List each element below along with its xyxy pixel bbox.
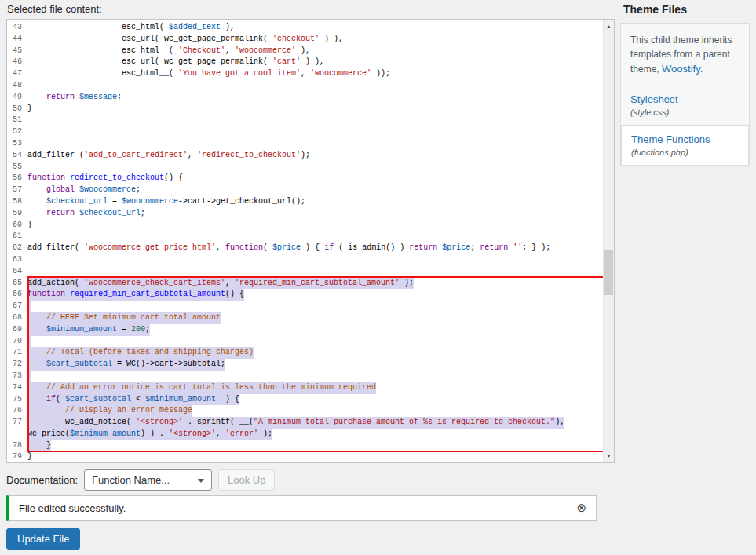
code-line[interactable]: 49 return $message;	[7, 92, 603, 104]
code-line-text: // Add an error notice is cart total is …	[27, 382, 376, 394]
update-file-button[interactable]: Update File	[6, 528, 80, 550]
code-line[interactable]: 64	[7, 266, 603, 278]
code-line[interactable]: 71 // Total (before taxes and shipping c…	[7, 347, 603, 359]
code-line[interactable]: 66function required_min_cart_subtotal_am…	[7, 289, 603, 301]
scroll-down-icon[interactable]: ▼	[604, 450, 614, 462]
theme-functions-link[interactable]: Theme Functions	[631, 133, 710, 145]
code-line[interactable]: 58 $checkout_url = $woocommerce->cart->g…	[7, 196, 603, 208]
code-line[interactable]: 59 return $checkout_url;	[7, 208, 603, 220]
code-line-text: }	[27, 104, 32, 115]
code-line-text: // HERE Set minimum cart total amount	[27, 312, 221, 324]
line-number: 64	[7, 266, 27, 278]
code-line[interactable]: 61	[7, 231, 603, 243]
stylesheet-filename: (style.css)	[630, 108, 740, 117]
code-line[interactable]: 44 esc_url( wc_get_page_permalink( 'chec…	[7, 34, 603, 46]
code-line[interactable]: 72 $cart_subtotal = WC()->cart->subtotal…	[7, 359, 603, 371]
code-line[interactable]: 65add_action( 'woocommerce_check_cart_it…	[7, 278, 603, 290]
documentation-row: Documentation: Function Name... Look Up	[6, 469, 275, 491]
code-line[interactable]: 48	[7, 80, 603, 92]
theme-files-title: Theme Files	[623, 3, 750, 16]
line-number: 45	[7, 46, 27, 57]
code-line[interactable]: 60}	[7, 220, 603, 232]
editor-scrollbar[interactable]: ▲ ▼	[603, 20, 614, 462]
code-line[interactable]: 74 // Add an error notice is cart total …	[7, 382, 603, 394]
code-line[interactable]: 76 // Display an error message	[7, 405, 603, 417]
code-line[interactable]: 56function redirect_to_checkout() {	[7, 173, 603, 184]
code-line[interactable]: 62add_filter( 'woocommerce_get_price_htm…	[7, 243, 603, 254]
code-line[interactable]: 79}	[7, 451, 603, 462]
line-number: 67	[7, 301, 27, 312]
code-line-text: esc_url( wc_get_page_permalink( 'cart' )…	[27, 57, 324, 68]
code-line[interactable]: 43 esc_html( $added_text ),	[7, 22, 603, 34]
code-line-text	[27, 336, 31, 348]
code-line[interactable]: 63	[7, 254, 603, 266]
line-number: 72	[7, 359, 27, 371]
code-line[interactable]: 54add_filter ('add_to_cart_redirect', 'r…	[7, 150, 603, 162]
scrollbar-thumb[interactable]	[604, 250, 613, 295]
code-line-text: esc_html__( 'You have got a cool item', …	[27, 68, 390, 80]
code-line[interactable]: 47 esc_html__( 'You have got a cool item…	[7, 68, 603, 80]
stylesheet-link[interactable]: Stylesheet	[630, 93, 678, 105]
child-theme-description: This child theme inherits templates from…	[630, 33, 740, 77]
code-line[interactable]: 75 if( $cart_subtotal < $minimum_amount …	[7, 394, 603, 406]
code-line-text: return $message;	[27, 92, 122, 104]
line-number: 69	[7, 324, 27, 336]
code-line-text: $cart_subtotal = WC()->cart->subtotal;	[27, 359, 225, 371]
code-line[interactable]: 73	[7, 371, 603, 382]
code-line-text: // Total (before taxes and shipping char…	[27, 347, 254, 359]
code-line-text: esc_html__( 'Checkout', 'woocommerce' ),	[27, 46, 310, 57]
theme-files-sidebar: Theme Files This child theme inherits te…	[620, 0, 750, 166]
code-line-text: if( $cart_subtotal < $minimum_amount ) {	[27, 394, 239, 406]
code-line-text: wc_price($minimum_amount) ) . '<strong>'…	[27, 429, 272, 440]
dismiss-icon[interactable]: ⊗	[576, 501, 586, 515]
line-number	[7, 429, 27, 440]
code-line[interactable]: 45 esc_html__( 'Checkout', 'woocommerce'…	[7, 46, 603, 57]
lookup-button[interactable]: Look Up	[218, 469, 275, 491]
selected-file-content-label: Selected file content:	[7, 3, 102, 15]
code-line[interactable]: 52	[7, 126, 603, 138]
code-line-text: add_filter( 'woocommerce_get_price_html'…	[27, 243, 550, 254]
theme-functions-filename: (functions.php)	[631, 148, 739, 157]
line-number: 48	[7, 80, 27, 92]
sidebar-item-stylesheet[interactable]: Stylesheet (style.css)	[630, 88, 740, 125]
code-line[interactable]: 57 global $woocommerce;	[7, 184, 603, 196]
line-number: 44	[7, 34, 27, 46]
code-line-text: esc_url( wc_get_page_permalink( 'checkou…	[27, 34, 343, 46]
code-line[interactable]: 50}	[7, 104, 603, 115]
line-number: 78	[7, 440, 27, 452]
code-line[interactable]: 77 wc_add_notice( '<strong>' . sprintf( …	[7, 417, 603, 429]
scroll-up-icon[interactable]: ▲	[604, 20, 614, 32]
line-number: 63	[7, 254, 27, 266]
code-line[interactable]: 78 }	[7, 440, 603, 452]
woostify-link[interactable]: Woostify.	[662, 63, 703, 75]
documentation-select-value: Function Name...	[92, 474, 170, 486]
code-line-text	[27, 371, 31, 382]
line-number: 77	[7, 417, 27, 429]
theme-files-box: This child theme inherits templates from…	[620, 23, 750, 166]
code-line-text: $checkout_url = $woocommerce->cart->get_…	[27, 196, 305, 208]
code-line[interactable]: 69 $minimum_amount = 200;	[7, 324, 603, 336]
code-editor-scroll[interactable]: 43 esc_html( $added_text ),44 esc_url( w…	[7, 20, 603, 462]
line-number: 79	[7, 451, 27, 462]
sidebar-item-theme-functions[interactable]: Theme Functions (functions.php)	[621, 125, 749, 166]
code-line[interactable]: 70	[7, 336, 603, 348]
code-line[interactable]: 51	[7, 115, 603, 126]
line-number: 61	[7, 231, 27, 243]
code-editor[interactable]: 43 esc_html( $added_text ),44 esc_url( w…	[6, 19, 615, 463]
line-number: 52	[7, 126, 27, 138]
code-line-text: }	[27, 440, 51, 452]
line-number: 47	[7, 68, 27, 80]
code-line[interactable]: 67	[7, 301, 603, 312]
line-number: 58	[7, 196, 27, 208]
line-number: 70	[7, 336, 27, 348]
code-line[interactable]: 53	[7, 138, 603, 150]
code-line[interactable]: 55	[7, 162, 603, 173]
line-number: 53	[7, 138, 27, 150]
line-number: 50	[7, 104, 27, 115]
notice-text: File edited successfully.	[19, 502, 126, 514]
documentation-select[interactable]: Function Name...	[84, 469, 212, 491]
code-line-text: $minimum_amount = 200;	[27, 324, 150, 336]
code-line[interactable]: wc_price($minimum_amount) ) . '<strong>'…	[7, 429, 603, 440]
code-line[interactable]: 46 esc_url( wc_get_page_permalink( 'cart…	[7, 57, 603, 68]
code-line[interactable]: 68 // HERE Set minimum cart total amount	[7, 312, 603, 324]
